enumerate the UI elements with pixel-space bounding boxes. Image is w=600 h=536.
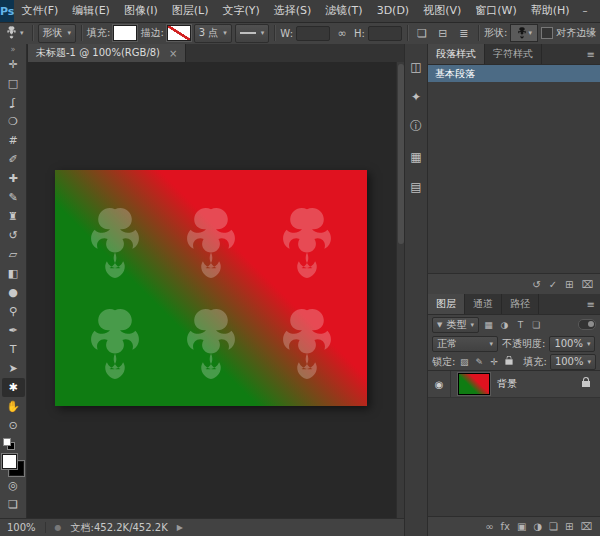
panel-history-icon[interactable]: ◫ (407, 58, 425, 75)
layer-mask-icon[interactable]: ▣ (517, 521, 526, 532)
quick-mask-button[interactable]: ◎ (2, 476, 25, 495)
paragraph-style-item[interactable]: 基本段落 (428, 65, 600, 82)
tab-channels[interactable]: 通道 (465, 294, 502, 314)
hand-tool[interactable]: ✋ (2, 397, 25, 416)
menu-layer[interactable]: 图层(L) (165, 0, 216, 22)
path-arrange-button[interactable]: ≣ (455, 25, 473, 42)
crop-tool[interactable]: # (2, 131, 25, 150)
tab-paths[interactable]: 路径 (502, 294, 539, 314)
panel-info-icon[interactable]: ⓘ (407, 118, 425, 135)
history-brush-tool[interactable]: ↺ (2, 226, 25, 245)
blend-mode-select[interactable]: 正常 ▾ (432, 336, 498, 352)
marquee-tool[interactable]: □ (2, 74, 25, 93)
panel-menu-icon[interactable]: ≡ (582, 294, 600, 314)
stroke-color-swatch[interactable] (167, 25, 191, 41)
maximize-button[interactable]: □ (597, 4, 600, 18)
blur-tool[interactable]: ● (2, 283, 25, 302)
panel-menu-icon[interactable]: ≡ (582, 44, 600, 64)
new-group-icon[interactable]: ❏ (549, 521, 558, 532)
eraser-tool[interactable]: ▱ (2, 245, 25, 264)
layer-filter-select[interactable]: ▼ 类型 ▾ (432, 317, 479, 333)
path-selection-tool[interactable]: ➤ (2, 359, 25, 378)
fill-opacity-select[interactable]: 100% ▾ (550, 354, 596, 370)
pen-tool[interactable]: ✒ (2, 321, 25, 340)
link-layers-icon[interactable]: ∞ (485, 521, 493, 532)
lock-pixels-icon[interactable]: ✎ (473, 355, 485, 368)
height-input[interactable] (368, 26, 402, 41)
brush-tool[interactable]: ✎ (2, 188, 25, 207)
gradient-tool[interactable]: ◧ (2, 264, 25, 283)
zoom-level[interactable]: 100% (7, 522, 46, 533)
panel-color-icon[interactable]: ✦ (407, 88, 425, 105)
new-layer-icon[interactable]: ⊞ (565, 521, 573, 532)
eyedropper-tool[interactable]: ✐ (2, 150, 25, 169)
apply-style-icon[interactable]: ✓ (549, 279, 557, 290)
tab-layers[interactable]: 图层 (428, 294, 465, 314)
menu-type[interactable]: 文字(Y) (215, 0, 266, 22)
document-tab[interactable]: 未标题-1 @ 100%(RGB/8) × (28, 44, 186, 62)
screen-mode-button[interactable]: ❏ (2, 495, 25, 514)
filter-shape-icon[interactable]: ❏ (530, 318, 543, 331)
menu-image[interactable]: 图像(I) (117, 0, 165, 22)
menu-select[interactable]: 选择(S) (267, 0, 319, 22)
canvas-document[interactable] (55, 170, 367, 406)
stroke-type-select[interactable]: ▾ (235, 24, 270, 43)
vertical-scrollbar[interactable] (396, 62, 404, 518)
filter-type-icon[interactable]: T (514, 318, 527, 331)
menu-help[interactable]: 帮助(H) (524, 0, 577, 22)
minimize-button[interactable]: – (577, 4, 594, 18)
custom-shape-picker[interactable]: ▾ (510, 24, 538, 42)
menu-edit[interactable]: 编辑(E) (65, 0, 117, 22)
default-colors-icon[interactable] (3, 438, 15, 450)
delete-layer-icon[interactable]: ⌧ (580, 521, 592, 532)
panel-swatches-icon[interactable]: ▦ (407, 148, 425, 165)
tab-close-icon[interactable]: × (169, 48, 177, 59)
layer-style-icon[interactable]: fx (500, 521, 509, 532)
zoom-tool[interactable]: ⊙ (2, 416, 25, 435)
tab-character-styles[interactable]: 字符样式 (485, 44, 542, 64)
fill-color-swatch[interactable] (113, 25, 137, 41)
stroke-width-select[interactable]: 3 点 ▾ (194, 24, 232, 43)
layer-thumbnail[interactable] (458, 373, 490, 395)
menu-3d[interactable]: 3D(D) (370, 0, 417, 22)
path-alignment-button[interactable]: ⊟ (434, 25, 452, 42)
lock-transparency-icon[interactable]: ▨ (458, 355, 470, 368)
healing-brush-tool[interactable]: ✚ (2, 169, 25, 188)
delete-style-icon[interactable]: ⌧ (581, 279, 593, 290)
filter-toggle[interactable] (578, 319, 596, 330)
layer-row-background[interactable]: ◉ 背景 (428, 371, 600, 398)
clone-stamp-tool[interactable]: ♜ (2, 207, 25, 226)
tool-preset-button[interactable]: ▾ (3, 26, 27, 40)
path-operations-button[interactable]: ❏ (413, 25, 431, 42)
layer-visibility-icon[interactable]: ◉ (428, 371, 451, 397)
menu-window[interactable]: 窗口(W) (468, 0, 523, 22)
lasso-tool[interactable]: ʆ (2, 93, 25, 112)
tool-mode-select[interactable]: 形状 ▾ (38, 24, 77, 43)
align-edges-checkbox[interactable] (541, 27, 553, 39)
lock-all-icon[interactable] (503, 355, 515, 368)
toolbar-collapse-icon[interactable]: » (11, 45, 16, 55)
reload-styles-icon[interactable]: ↺ (532, 279, 540, 290)
menu-file[interactable]: 文件(F) (14, 0, 65, 22)
quick-selection-tool[interactable]: ❍ (2, 112, 25, 131)
filter-pixel-icon[interactable]: ▦ (482, 318, 495, 331)
link-dimensions-icon[interactable]: ∞ (333, 25, 351, 42)
opacity-select[interactable]: 100% ▾ (549, 336, 595, 352)
type-tool[interactable]: T (2, 340, 25, 359)
canvas-area[interactable] (28, 62, 396, 518)
menu-view[interactable]: 视图(V) (416, 0, 468, 22)
filter-adjustment-icon[interactable]: ◑ (498, 318, 511, 331)
dodge-tool[interactable]: ⚲ (2, 302, 25, 321)
status-options-icon[interactable]: ▶ (177, 523, 183, 532)
panel-styles-icon[interactable]: ▤ (407, 178, 425, 195)
tab-paragraph-styles[interactable]: 段落样式 (428, 44, 485, 64)
width-input[interactable] (296, 26, 330, 41)
menu-filter[interactable]: 滤镜(T) (318, 0, 369, 22)
lock-position-icon[interactable]: ✛ (488, 355, 500, 368)
custom-shape-tool[interactable]: ✱ (2, 378, 25, 397)
new-style-icon[interactable]: ⊞ (565, 279, 573, 290)
adjustment-layer-icon[interactable]: ◑ (533, 521, 542, 532)
photoshop-logo[interactable]: Ps (0, 0, 14, 22)
move-tool[interactable]: ✛ (2, 55, 25, 74)
foreground-color-swatch[interactable] (2, 454, 17, 469)
